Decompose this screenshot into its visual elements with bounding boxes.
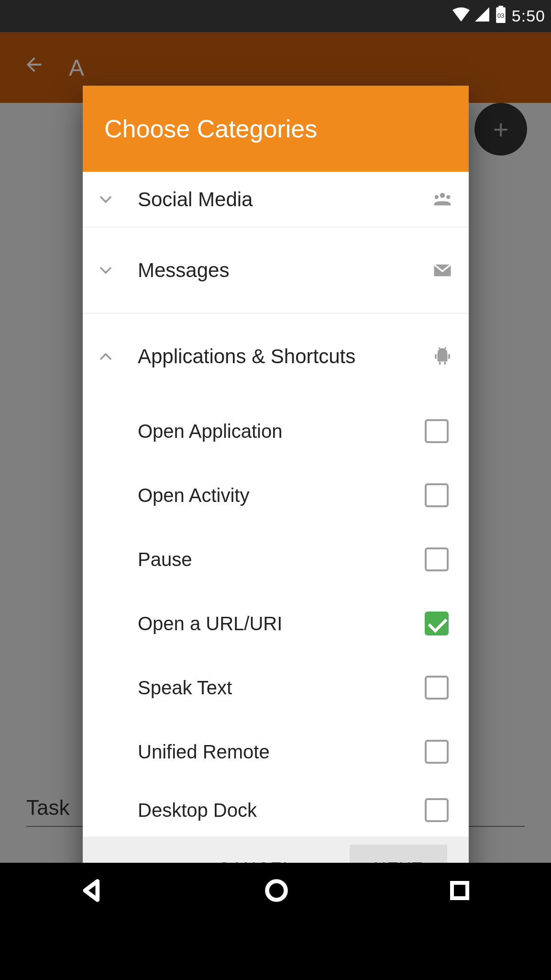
sub-item-label: Open Activity: [138, 485, 425, 506]
svg-rect-1: [498, 6, 503, 8]
nav-bar: [0, 863, 551, 920]
sub-item-pause[interactable]: Pause: [83, 527, 469, 591]
checkbox-checked[interactable]: [425, 612, 449, 635]
dialog-body: Social Media Messages: [83, 172, 469, 836]
checkbox[interactable]: [425, 419, 449, 443]
mail-icon: [430, 260, 454, 280]
social-icon: [430, 189, 454, 210]
chevron-down-icon: [92, 263, 119, 278]
sub-item-label: Open Application: [138, 421, 425, 442]
svg-point-13: [267, 881, 286, 900]
svg-text:03: 03: [497, 11, 505, 19]
sub-item-speak-text[interactable]: Speak Text: [83, 656, 469, 720]
wifi-icon: [452, 7, 470, 25]
sub-category-list: Open Application Open Activity Pause Ope…: [83, 399, 469, 836]
checkbox[interactable]: [425, 676, 449, 700]
sub-item-label: Speak Text: [138, 677, 425, 699]
sub-item-unified-remote[interactable]: Unified Remote: [83, 720, 469, 784]
nav-recent-icon[interactable]: [448, 879, 471, 904]
sub-item-label: Pause: [138, 549, 425, 570]
svg-point-5: [446, 195, 450, 199]
svg-rect-8: [448, 354, 450, 359]
sub-item-label: Unified Remote: [138, 741, 425, 763]
chevron-down-icon: [92, 192, 119, 207]
category-label: Social Media: [119, 188, 430, 211]
cell-signal-icon: [474, 7, 490, 25]
battery-icon: 03: [495, 6, 507, 27]
svg-line-12: [445, 347, 446, 349]
status-time: 5:50: [512, 7, 545, 25]
nav-back-icon[interactable]: [80, 878, 105, 905]
svg-point-3: [440, 193, 445, 198]
dialog-title: Choose Categories: [104, 114, 317, 143]
phone-frame: 03 5:50 A + Task Choose Categories: [0, 0, 551, 920]
checkbox[interactable]: [425, 483, 449, 507]
nav-home-icon[interactable]: [264, 878, 289, 905]
sub-item-open-url-uri[interactable]: Open a URL/URI: [83, 591, 469, 656]
category-applications-shortcuts[interactable]: Applications & Shortcuts: [83, 313, 469, 399]
status-bar: 03 5:50: [0, 0, 551, 32]
sub-item-open-activity[interactable]: Open Activity: [83, 463, 469, 527]
category-messages[interactable]: Messages: [83, 227, 469, 313]
sub-item-label: Open a URL/URI: [138, 613, 425, 635]
dialog-header: Choose Categories: [83, 86, 469, 172]
svg-rect-7: [435, 354, 437, 359]
sub-item-desktop-dock[interactable]: Desktop Dock: [83, 784, 469, 836]
checkbox[interactable]: [425, 798, 449, 822]
category-social-media[interactable]: Social Media: [83, 172, 469, 227]
svg-rect-14: [452, 883, 467, 898]
android-icon: [430, 346, 454, 367]
category-label: Messages: [119, 259, 430, 282]
sub-item-open-application[interactable]: Open Application: [83, 399, 469, 463]
svg-rect-10: [444, 361, 446, 365]
choose-categories-dialog: Choose Categories Social Media: [83, 86, 469, 901]
chevron-up-icon: [92, 349, 119, 364]
svg-line-11: [439, 347, 440, 349]
app-content: A + Task Choose Categories Social Media: [0, 32, 551, 920]
svg-rect-9: [439, 361, 441, 365]
svg-point-4: [435, 195, 439, 199]
checkbox[interactable]: [425, 547, 449, 571]
checkbox[interactable]: [425, 740, 449, 764]
svg-rect-6: [438, 353, 448, 362]
sub-item-label: Desktop Dock: [138, 800, 425, 821]
category-label: Applications & Shortcuts: [119, 345, 430, 368]
